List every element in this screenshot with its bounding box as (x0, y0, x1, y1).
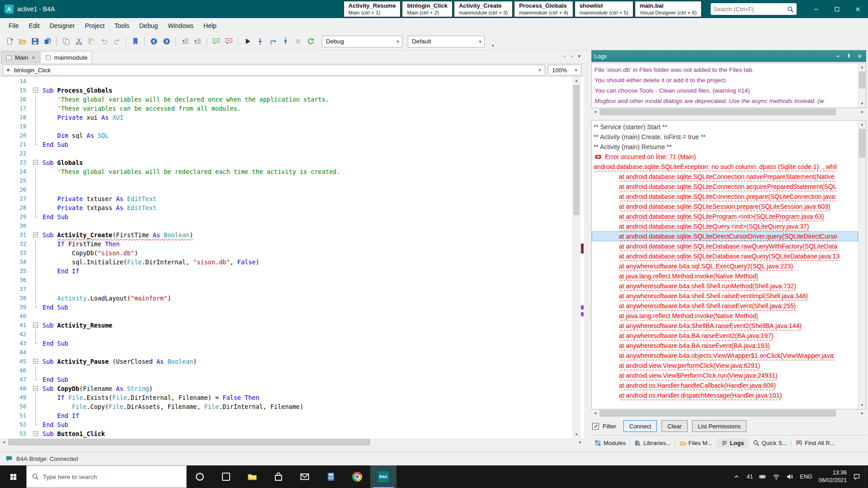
tray-expand-icon[interactable] (733, 473, 740, 480)
scroll-right-icon[interactable]: ► (576, 440, 584, 444)
log-line[interactable]: at anywheresoftware.b4a.BA.raiseEvent(BA… (592, 341, 858, 351)
build-configuration-select[interactable]: Debug ▾ (322, 36, 402, 47)
log-line[interactable]: at java.lang.reflect.Method.invoke(Nativ… (592, 311, 858, 321)
log-line[interactable]: ** Activity (main) Resume ** (592, 142, 858, 152)
quick-tab-main.bal[interactable]: main.balVisual Designer (ctrl + 6) (635, 1, 702, 18)
menu-project[interactable]: Project (80, 18, 110, 33)
member-dropdown[interactable]: btnlogin_Click ▾ (3, 65, 545, 75)
warnings-vertical-scrollbar[interactable]: ▲ ▼ (858, 63, 866, 108)
log-line[interactable]: at anywheresoftware.b4a.shell.Shell.runM… (592, 281, 858, 291)
scroll-up-icon[interactable]: ▲ (859, 63, 866, 71)
code-line[interactable]: 40 (0, 312, 572, 321)
code-line[interactable]: 36 (0, 276, 572, 285)
taskbar-mail[interactable] (292, 465, 318, 488)
log-line[interactable]: at android.database.sqlite.SQLiteConnect… (592, 182, 858, 192)
log-line[interactable]: ** Activity (main) Create, isFirst = tru… (592, 132, 858, 142)
code-line[interactable]: 49 If File.Exists(File.DirInternal, File… (0, 393, 572, 402)
copy-button[interactable] (60, 36, 72, 47)
log-line[interactable]: at android.view.View.performClick(View.j… (592, 361, 858, 371)
step-into-button[interactable] (254, 36, 266, 47)
warnings-list[interactable]: File 'sison.db' in Files folder was not … (592, 63, 858, 108)
list-permissions-button[interactable]: List Permissions (692, 420, 747, 432)
menu-debug[interactable]: Debug (134, 18, 163, 33)
log-line[interactable]: at anywheresoftware.b4a.ShellBA.raiseEve… (592, 321, 858, 331)
code-line[interactable]: 14 (0, 77, 572, 86)
change-marker[interactable] (581, 312, 584, 316)
quick-tab-activity_create[interactable]: Activity_Createmainmodule (ctrl + 3) (454, 1, 513, 18)
code-line[interactable]: 17 'These variables can be accessed from… (0, 104, 572, 113)
editor-vertical-scrollbar[interactable]: ▲ ▼ (572, 77, 580, 438)
taskbar-cortana[interactable] (187, 465, 213, 488)
log-line[interactable]: at android.database.sqlite.SQLiteDatabas… (592, 241, 858, 251)
warning-line[interactable]: You should either delete it or add it to… (594, 75, 855, 85)
log-line[interactable]: at android.database.sqlite.SQLiteDirectC… (592, 231, 858, 241)
code-line[interactable]: 22 (0, 149, 572, 158)
stop-button[interactable] (292, 36, 304, 47)
code-line[interactable]: 43End Sub (0, 339, 572, 348)
code-line[interactable]: 21End Sub (0, 140, 572, 149)
fold-toggle-icon[interactable]: − (33, 431, 38, 436)
quick-tab-process_globals[interactable]: Process_Globalsmainmodule (ctrl + 4) (514, 1, 573, 18)
clear-button[interactable]: Clear (661, 420, 687, 432)
show-desktop-button[interactable] (865, 465, 868, 488)
tool-tab-findallr[interactable]: Find All R... (793, 438, 838, 448)
fold-toggle-icon[interactable]: − (33, 232, 38, 237)
cut-button[interactable] (73, 36, 85, 47)
log-line[interactable]: at android.os.Handler.dispatchMessage(Ha… (592, 390, 858, 400)
code-line[interactable]: 25 (0, 176, 572, 185)
fold-toggle-icon[interactable]: − (33, 160, 38, 165)
close-tab-icon[interactable]: × (32, 54, 35, 61)
paste-button[interactable] (85, 36, 97, 47)
scrollbar-thumb[interactable] (599, 108, 836, 115)
fold-toggle-icon[interactable]: − (33, 386, 38, 391)
step-out-button[interactable] (279, 36, 291, 47)
outdent-button[interactable] (179, 36, 191, 47)
redo-button[interactable] (111, 36, 123, 47)
code-line[interactable]: 15−Sub Process_Globals (0, 86, 572, 95)
doc-tab-main[interactable]: Main× (1, 51, 40, 63)
fold-toggle-icon[interactable]: − (33, 88, 38, 93)
scroll-left-icon[interactable]: ◄ (591, 110, 599, 114)
log-line[interactable]: at android.view.View$PerformClick.run(Vi… (592, 371, 858, 380)
titlebar-search-box[interactable]: Search (Ctrl+F) (711, 3, 797, 15)
panel-menu-icon[interactable] (834, 52, 842, 60)
save-button[interactable] (29, 36, 41, 47)
scroll-down-icon[interactable]: ▼ (859, 100, 866, 108)
log-line[interactable]: ** Service (starter) Start ** (592, 122, 858, 132)
scroll-left-icon[interactable]: ◄ (0, 440, 8, 444)
log-line[interactable]: at anywheresoftware.b4a.shell.Shell.rais… (592, 301, 858, 311)
taskbar-chrome[interactable] (344, 465, 370, 488)
code-line[interactable]: 38 Activity.LoadLayout("mainform") (0, 294, 572, 303)
code-line[interactable]: 50 File.Copy(File.DirAssets, Filename, F… (0, 402, 572, 411)
log-line[interactable]: android.database.sqlite.SQLiteException:… (592, 162, 858, 172)
profile-select[interactable]: Default ▾ (408, 36, 485, 47)
code-line[interactable]: 27 Private txtuser As EditText (0, 194, 572, 203)
scroll-right-icon[interactable]: ► (859, 110, 866, 114)
bookmark-button[interactable] (129, 36, 141, 47)
code-line[interactable]: 39End Sub (0, 303, 572, 312)
pin-icon[interactable] (844, 52, 853, 60)
forward-nav-button[interactable] (160, 36, 172, 47)
taskbar-microsoft-store[interactable] (265, 465, 292, 488)
code-line[interactable]: 24 'These global variables will be redec… (0, 167, 572, 176)
scroll-right-icon[interactable]: ► (859, 411, 866, 415)
tool-tab-logs[interactable]: Logs (718, 438, 747, 448)
editor-horizontal-scrollbar[interactable]: ◄ ► (0, 438, 584, 446)
log-line[interactable]: at java.lang.reflect.Method.invoke(Nativ… (592, 271, 858, 281)
fold-toggle-icon[interactable]: − (33, 323, 38, 328)
doc-tab-mainmodule[interactable]: mainmodule (40, 51, 92, 63)
toolbar-overflow-button[interactable]: ▾ (492, 43, 494, 50)
code-line[interactable]: 51 End If (0, 411, 572, 420)
code-line[interactable]: 20 Dim sql As SQL (0, 131, 572, 140)
tool-tab-filesm[interactable]: Files M... (676, 438, 716, 448)
filter-checkbox[interactable] (592, 423, 599, 430)
menu-windows[interactable]: Windows (163, 18, 198, 33)
code-line[interactable]: 23−Sub Globals (0, 158, 572, 167)
log-line[interactable]: at android.database.sqlite.SQLiteQuery.<… (592, 221, 858, 231)
log-line[interactable]: at anywheresoftware.b4a.BA.raiseEvent2(B… (592, 331, 858, 341)
new-file-button[interactable] (4, 36, 15, 47)
change-marker[interactable] (581, 305, 584, 310)
scroll-up-icon[interactable]: ▲ (859, 121, 866, 128)
tool-tab-modules[interactable]: Modules (591, 438, 629, 448)
code-line[interactable]: 53−Sub Button1_Click (0, 429, 572, 438)
